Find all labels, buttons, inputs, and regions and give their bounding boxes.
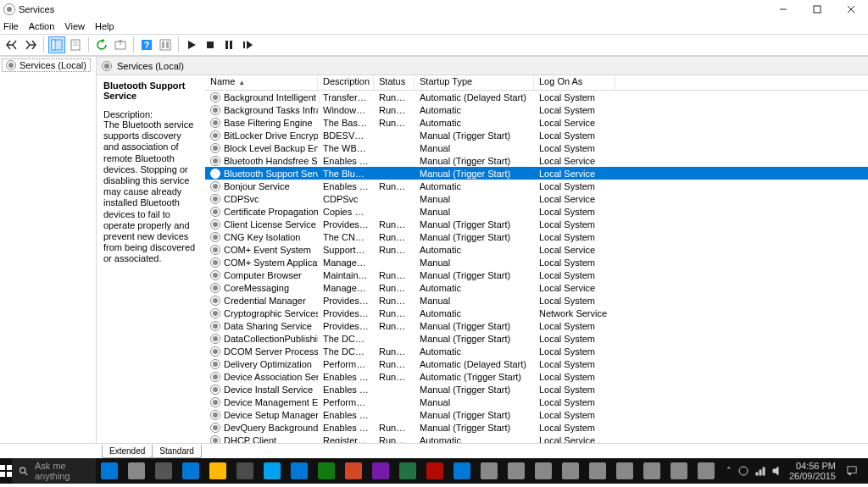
tab-extended[interactable]: Extended: [102, 445, 153, 458]
table-row[interactable]: Device Install ServiceEnables a c...Manu…: [205, 383, 868, 396]
col-startup-type[interactable]: Startup Type: [415, 75, 534, 90]
list-rows[interactable]: Background Intelligent Tran...Transfers …: [205, 91, 868, 443]
table-row[interactable]: Device Setup ManagerEnables the ...Manua…: [205, 408, 868, 421]
taskbar-app[interactable]: [96, 458, 123, 484]
menu-action[interactable]: Action: [29, 21, 55, 31]
table-row[interactable]: Block Level Backup Engine ...The WBENG..…: [205, 141, 868, 154]
table-row[interactable]: COM+ Event SystemSupports Sy...RunningAu…: [205, 243, 868, 256]
maximize-button[interactable]: [800, 0, 834, 19]
start-service-button[interactable]: [183, 36, 200, 53]
taskbar-app[interactable]: [367, 458, 394, 484]
table-row[interactable]: DevQuery Background Disc...Enables app..…: [205, 421, 868, 434]
table-row[interactable]: Bluetooth Handsfree ServiceEnables wir..…: [205, 154, 868, 167]
taskbar-app[interactable]: [584, 458, 611, 484]
table-row[interactable]: Background Tasks Infrastru...Windows in.…: [205, 103, 868, 116]
start-button[interactable]: [0, 458, 12, 484]
taskbar-app[interactable]: [557, 458, 584, 484]
action-center-button[interactable]: [843, 462, 861, 480]
table-row[interactable]: Background Intelligent Tran...Transfers …: [205, 91, 868, 103]
taskbar-app[interactable]: [313, 458, 340, 484]
properties-button[interactable]: [67, 36, 84, 53]
col-name[interactable]: Name: [205, 75, 318, 90]
restart-service-button[interactable]: [239, 36, 256, 53]
table-row[interactable]: Certificate PropagationCopies user ...Ma…: [205, 205, 868, 218]
taskbar-app[interactable]: [231, 458, 259, 484]
cell-description: The Bluetoo...: [318, 169, 374, 179]
table-row[interactable]: COM+ System ApplicationManages th...Manu…: [205, 256, 868, 268]
table-row[interactable]: Cryptographic ServicesProvides thr...Run…: [205, 307, 868, 319]
table-row[interactable]: Bluetooth Support ServiceThe Bluetoo...M…: [205, 167, 868, 180]
taskbar-app[interactable]: [693, 458, 720, 484]
table-row[interactable]: Credential ManagerProvides se...RunningM…: [205, 294, 868, 307]
search-box[interactable]: Ask me anything: [12, 458, 96, 484]
table-row[interactable]: Bonjour ServiceEnables har...RunningAuto…: [205, 180, 868, 192]
col-description[interactable]: Description: [318, 75, 374, 90]
taskbar-app[interactable]: [394, 458, 421, 484]
cell-status: Running: [374, 232, 415, 242]
taskbar-app[interactable]: [665, 458, 693, 484]
cell-description: Windows in...: [318, 105, 374, 115]
taskbar-app[interactable]: [177, 458, 204, 484]
volume-icon[interactable]: [772, 466, 782, 476]
menu-help[interactable]: Help: [95, 21, 114, 31]
close-button[interactable]: [834, 0, 868, 19]
cell-name: Credential Manager: [224, 296, 306, 306]
main-header: Services (Local): [97, 57, 868, 75]
taskbar-app[interactable]: [259, 458, 286, 484]
taskbar-app[interactable]: [340, 458, 367, 484]
taskbar-app[interactable]: [286, 458, 313, 484]
tab-standard[interactable]: Standard: [152, 445, 202, 458]
network-icon[interactable]: [755, 466, 765, 476]
stop-service-button[interactable]: [202, 36, 219, 53]
col-log-on-as[interactable]: Log On As: [534, 75, 615, 90]
taskbar-app[interactable]: [611, 458, 638, 484]
table-row[interactable]: Data Sharing ServiceProvides da...Runnin…: [205, 319, 868, 332]
taskbar-app[interactable]: [421, 458, 448, 484]
taskbar-app[interactable]: [448, 458, 476, 484]
table-row[interactable]: DataCollectionPublishingSe...The DCP (D.…: [205, 332, 868, 345]
cell-startup: Manual (Trigger Start): [415, 410, 534, 420]
taskbar-app[interactable]: [150, 458, 177, 484]
taskbar-app[interactable]: [530, 458, 557, 484]
refresh-button[interactable]: [93, 36, 110, 53]
table-row[interactable]: CDPSvcCDPSvcManualLocal Service: [205, 192, 868, 205]
clock[interactable]: 04:56 PM 26/09/2015: [789, 461, 836, 481]
table-row[interactable]: Device Association ServiceEnables pair..…: [205, 370, 868, 383]
tray-icon[interactable]: [738, 466, 748, 476]
taskbar-app[interactable]: [476, 458, 503, 484]
menu-file[interactable]: File: [3, 21, 19, 31]
gear-icon: [210, 105, 220, 115]
table-row[interactable]: Device Management Enroll...Performs D...…: [205, 396, 868, 408]
table-row[interactable]: CNG Key IsolationThe CNG ke...RunningMan…: [205, 230, 868, 243]
table-row[interactable]: DCOM Server Process Laun...The DCOM...Ru…: [205, 345, 868, 357]
table-row[interactable]: BitLocker Drive Encryption ...BDESVC hos…: [205, 129, 868, 141]
show-hide-tree-button[interactable]: [48, 36, 65, 53]
col-status[interactable]: Status: [374, 75, 415, 90]
selected-service-name: Bluetooth Support Service: [103, 80, 198, 101]
pause-service-button[interactable]: [220, 36, 237, 53]
table-row[interactable]: DHCP ClientRegisters an...RunningAutomat…: [205, 434, 868, 443]
taskbar-app[interactable]: [503, 458, 530, 484]
toolbar-extra-icon[interactable]: [157, 36, 174, 53]
table-row[interactable]: Base Filtering EngineThe Base Fil...Runn…: [205, 116, 868, 129]
menubar: File Action View Help: [0, 19, 868, 34]
svg-line-26: [25, 473, 27, 475]
menu-view[interactable]: View: [64, 21, 85, 31]
table-row[interactable]: CoreMessagingManages co...RunningAutomat…: [205, 281, 868, 294]
svg-point-25: [20, 468, 25, 473]
table-row[interactable]: Delivery OptimizationPerforms co...Runni…: [205, 357, 868, 370]
taskbar-app[interactable]: [638, 458, 665, 484]
table-row[interactable]: Client License Service (ClipS...Provides…: [205, 218, 868, 230]
tray-chevron-icon[interactable]: ˄: [726, 466, 732, 477]
taskbar-app[interactable]: [204, 458, 231, 484]
back-button[interactable]: [3, 36, 20, 53]
cell-description: Provides thr...: [318, 308, 374, 318]
forward-button[interactable]: [22, 36, 39, 53]
minimize-button[interactable]: [766, 0, 800, 19]
list-header: Name Description Status Startup Type Log…: [205, 75, 868, 91]
taskbar-app[interactable]: [123, 458, 150, 484]
export-button[interactable]: [112, 36, 129, 53]
nav-services-local[interactable]: Services (Local): [2, 58, 91, 72]
table-row[interactable]: Computer BrowserMaintains a...RunningMan…: [205, 268, 868, 281]
help-button[interactable]: ?: [138, 36, 155, 53]
